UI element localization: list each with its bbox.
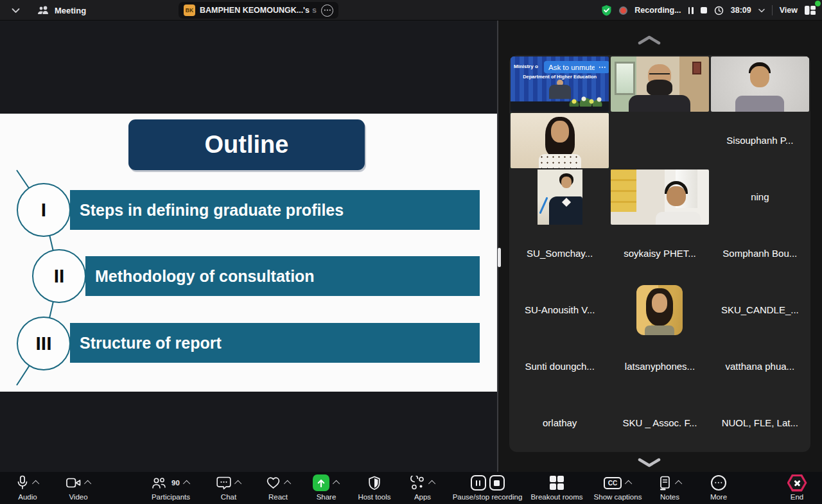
end-meeting-button[interactable]: End	[782, 474, 812, 501]
camera-icon	[66, 478, 81, 488]
meeting-timer: 38:09	[731, 6, 751, 15]
share-menu-chevron[interactable]	[333, 480, 340, 487]
apps-label: Apps	[414, 493, 431, 501]
participant-name-tile[interactable]: Somphanh Bou...	[711, 226, 809, 281]
empty-tile	[611, 113, 709, 168]
captions-menu-chevron[interactable]	[625, 480, 632, 487]
view-button-label[interactable]: View	[780, 6, 798, 15]
end-call-icon	[787, 474, 807, 492]
chat-button[interactable]: Chat	[208, 474, 249, 501]
pause-recording-toolbar-button[interactable]	[471, 475, 486, 491]
participant-name-tile[interactable]: SKU _ Assoc. F...	[611, 395, 709, 451]
meeting-menubar: Meeting BK BAMPHEN KEOMOUNGK...'s s Reco…	[0, 0, 822, 21]
tab-options-button[interactable]	[321, 4, 333, 17]
shared-screen-tab[interactable]: BK BAMPHEN KEOMOUNGK...'s s	[179, 2, 338, 19]
participant-name-tile[interactable]: Sunti doungch...	[511, 339, 609, 394]
video-tile-participant[interactable]	[611, 169, 709, 225]
panel-divider	[497, 21, 498, 472]
participant-name-tile[interactable]: SU_Somchay...	[511, 226, 609, 281]
slide-item-numeral: III	[17, 317, 71, 370]
video-overlay-text: Department of Higher Education	[511, 74, 609, 80]
menubar-divider	[772, 5, 773, 15]
avatar-tile[interactable]	[611, 282, 709, 338]
video-art	[652, 293, 667, 313]
video-art	[629, 95, 690, 112]
video-tile-active-speaker[interactable]	[511, 113, 609, 168]
shared-screen-area: Outline Steps in defining graduate profi…	[0, 21, 498, 472]
participant-name-tile[interactable]: orlathay	[511, 395, 609, 451]
meeting-people-icon	[37, 6, 49, 15]
apps-menu-chevron[interactable]	[428, 480, 435, 487]
profile-avatar	[636, 285, 683, 335]
host-tools-button[interactable]: Host tools	[353, 474, 396, 501]
video-art	[566, 94, 605, 107]
participants-label: Participants	[152, 493, 190, 501]
video-button[interactable]: Video	[58, 474, 99, 501]
connector-line	[0, 114, 497, 392]
meeting-tab[interactable]: Meeting	[37, 0, 86, 21]
participant-more-options-button[interactable]	[595, 61, 609, 73]
share-button[interactable]: Share	[307, 474, 345, 501]
video-art	[636, 285, 683, 335]
presentation-slide: Outline Steps in defining graduate profi…	[0, 114, 497, 392]
audio-button[interactable]: Audio	[6, 474, 49, 501]
view-layout-icon[interactable]	[805, 6, 816, 15]
participants-button[interactable]: 90 Participants	[143, 474, 199, 501]
video-art	[667, 186, 686, 206]
video-tile-participant[interactable]	[511, 169, 609, 225]
video-tile-participant[interactable]	[711, 56, 809, 112]
host-tools-label: Host tools	[358, 493, 390, 501]
video-tile-ministry[interactable]: Ministry o Department of Higher Educatio…	[511, 56, 609, 112]
show-captions-button[interactable]: CC Show captions	[590, 474, 646, 501]
video-menu-chevron[interactable]	[83, 480, 91, 487]
panel-resize-handle[interactable]	[498, 248, 501, 267]
participants-menu-chevron[interactable]	[183, 480, 190, 487]
apps-icon	[410, 476, 425, 491]
video-art	[611, 169, 709, 225]
apps-button[interactable]: Apps	[403, 474, 442, 501]
react-label: React	[268, 493, 288, 501]
video-art	[561, 177, 572, 188]
more-button[interactable]: More	[703, 474, 735, 501]
video-art	[611, 169, 636, 212]
record-label: Pause/stop recording	[453, 493, 523, 501]
pause-recording-button[interactable]	[688, 7, 694, 14]
participant-name-tile[interactable]: SKU_CANDLE_...	[711, 282, 809, 338]
stop-recording-toolbar-button[interactable]	[489, 475, 505, 491]
participant-name-tile[interactable]: Sisouphanh P...	[711, 113, 809, 168]
participant-name-tile[interactable]: soykaisy PHET...	[611, 226, 709, 281]
notes-button[interactable]: Notes	[650, 474, 690, 501]
security-shield-icon[interactable]	[601, 4, 612, 16]
video-overlay-text: Ministry o	[514, 64, 538, 69]
more-icon	[711, 475, 726, 491]
react-button[interactable]: React	[258, 474, 298, 501]
participant-name-tile[interactable]: ning	[711, 169, 809, 225]
chat-menu-chevron[interactable]	[234, 480, 241, 487]
video-art	[551, 121, 569, 143]
breakout-rooms-icon	[550, 476, 564, 490]
timer-chevron-down-icon[interactable]	[758, 8, 765, 13]
participant-name-tile[interactable]: vatthana phua...	[711, 339, 809, 394]
breakout-rooms-button[interactable]: Breakout rooms	[529, 474, 584, 501]
video-art	[735, 96, 784, 112]
participant-name-tile[interactable]: SU-Anousith V...	[511, 282, 609, 338]
collapse-window-button[interactable]	[12, 6, 22, 15]
audio-menu-chevron[interactable]	[32, 480, 39, 487]
participant-name-tile[interactable]: NUOL, FLE, Lat...	[711, 395, 809, 451]
show-captions-label: Show captions	[594, 493, 642, 501]
gallery-panel: Ministry o Department of Higher Educatio…	[509, 55, 810, 452]
stop-recording-button[interactable]	[701, 7, 707, 13]
shared-screen-tab-title: BAMPHEN KEOMOUNGK...'s	[200, 6, 310, 15]
video-tile-participant[interactable]	[611, 56, 709, 112]
more-label: More	[710, 493, 727, 501]
notes-menu-chevron[interactable]	[674, 480, 681, 487]
react-menu-chevron[interactable]	[283, 480, 290, 487]
gallery-scroll-up-button[interactable]	[498, 35, 800, 46]
ask-to-unmute-button[interactable]: Ask to unmute	[544, 61, 600, 73]
meeting-tab-label: Meeting	[55, 6, 86, 15]
recording-controls: Pause/stop recording	[450, 474, 525, 501]
gallery-scroll-down-button[interactable]	[498, 457, 800, 468]
video-art	[511, 113, 609, 168]
participant-name-tile[interactable]: latsanyphones...	[611, 339, 709, 394]
video-art	[656, 212, 701, 225]
